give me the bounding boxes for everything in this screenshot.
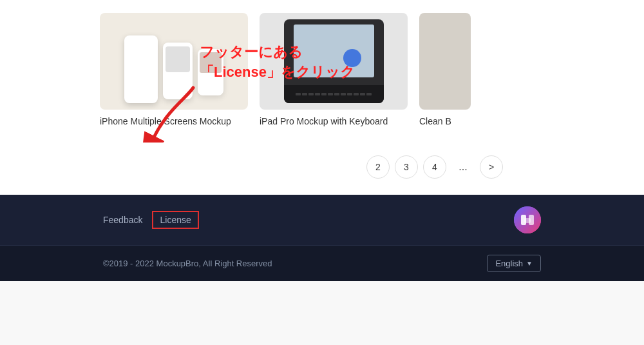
footer-bottom: ©2019 - 2022 MockupBro, All Right Reserv… bbox=[0, 245, 644, 281]
card-image-clean bbox=[419, 13, 471, 110]
card-clean[interactable]: Clean B bbox=[419, 13, 471, 126]
cards-section: iPhone Multiple Screens Mockup bbox=[0, 0, 644, 136]
language-label: English bbox=[495, 259, 523, 268]
pagination-dots[interactable]: ... bbox=[451, 155, 475, 179]
pagination: フッターにある 「License」をクリック 2 3 4 ... > bbox=[0, 136, 644, 195]
card-image-iphone bbox=[100, 13, 248, 110]
chevron-down-icon: ▼ bbox=[526, 260, 533, 267]
page-buttons: 2 3 4 ... > bbox=[366, 155, 503, 179]
card-iphone[interactable]: iPhone Multiple Screens Mockup bbox=[100, 13, 248, 126]
card-ipad[interactable]: iPad Pro Mockup with Keyboard bbox=[260, 13, 408, 126]
language-selector[interactable]: English ▼ bbox=[487, 255, 541, 272]
page-3-button[interactable]: 3 bbox=[395, 155, 418, 179]
card-title-iphone: iPhone Multiple Screens Mockup bbox=[100, 116, 248, 126]
copyright-text: ©2019 - 2022 MockupBro, All Right Reserv… bbox=[103, 259, 272, 268]
page-4-button[interactable]: 4 bbox=[423, 155, 446, 179]
pagination-next[interactable]: > bbox=[480, 155, 503, 179]
feedback-link[interactable]: Feedback bbox=[103, 215, 142, 225]
card-image-ipad bbox=[260, 13, 408, 110]
footer: Feedback License bbox=[0, 195, 644, 245]
footer-logo bbox=[514, 206, 541, 233]
svg-rect-4 bbox=[524, 218, 531, 223]
card-title-clean: Clean B bbox=[419, 116, 471, 126]
page-2-button[interactable]: 2 bbox=[366, 155, 390, 179]
footer-links: Feedback License bbox=[103, 211, 199, 229]
license-link[interactable]: License bbox=[152, 211, 198, 229]
card-title-ipad: iPad Pro Mockup with Keyboard bbox=[260, 116, 408, 126]
